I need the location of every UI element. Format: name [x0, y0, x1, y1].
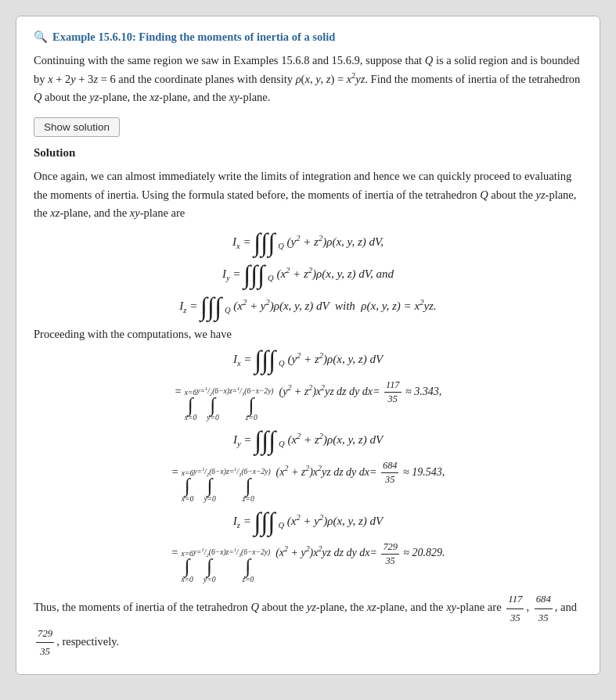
problem-text: Continuing with the same region we saw i…: [34, 52, 582, 106]
solution-intro: Once again, we can almost immediately wr…: [34, 167, 582, 222]
formula-Iz: Iz = ∫∫∫ Q (x2 + y2)ρ(x, y, z) dV with ρ…: [34, 294, 582, 320]
formula-Iy: Iy = ∫∫∫ Q (x2 + z2)ρ(x, y, z) dV, and: [34, 262, 582, 288]
comp-Iz-2: = x=6 ∫ x=0 y=1/2(6−x) ∫ y=0 z=1/3(6−x−2…: [34, 541, 582, 583]
comp-Iy-2: = x=6 ∫ x=0 y=1/2(6−x) ∫ y=0 z=1/3(6−x−2…: [34, 460, 582, 502]
solution-label: Solution: [34, 146, 582, 160]
show-solution-button[interactable]: Show solution: [34, 117, 120, 137]
example-title: 🔍 Example 15.6.10: Finding the moments o…: [34, 31, 582, 44]
comp-Iy-1: Iy = ∫∫∫ Q (x2 + z2)ρ(x, y, z) dV: [34, 428, 582, 454]
proceeding-text: Proceeding with the computations, we hav…: [34, 328, 582, 341]
magnifier-icon: 🔍: [34, 31, 48, 44]
main-card: 🔍 Example 15.6.10: Finding the moments o…: [16, 16, 600, 675]
comp-Ix-2: = x=6 ∫ x=0 y=1/2(6−x) ∫ y=0 z=1/3(6−x−2…: [34, 379, 582, 422]
formula-Ix: Ix = ∫∫∫ Q (y2 + z2)ρ(x, y, z) dV,: [34, 230, 582, 256]
concluding-text: Thus, the moments of inertia of the tetr…: [34, 591, 582, 660]
comp-Ix-1: Ix = ∫∫∫ Q (y2 + z2)ρ(x, y, z) dV: [34, 347, 582, 373]
comp-Iz-1: Iz = ∫∫∫ Q (x2 + y2)ρ(x, y, z) dV: [34, 509, 582, 535]
